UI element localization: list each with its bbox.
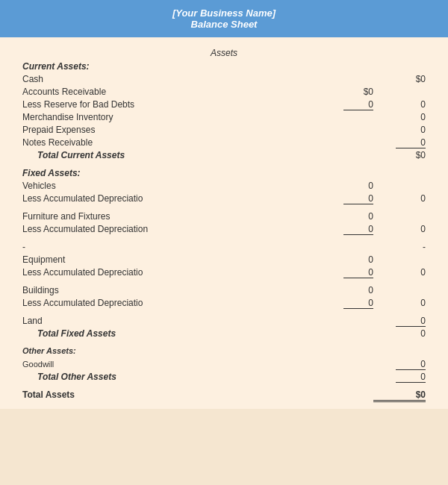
notes-receivable-row: Notes Receivable 0	[22, 137, 426, 149]
placeholder-col2: -	[373, 242, 426, 252]
goodwill-col2: 0	[373, 359, 426, 370]
buildings-col1: 0	[314, 285, 373, 295]
equipment-label: Equipment	[22, 254, 314, 265]
current-assets-label: Current Assets:	[22, 61, 426, 72]
less-reserve-col2: 0	[373, 99, 426, 110]
buildings-depr-col1: 0	[314, 298, 373, 309]
vehicles-label: Vehicles	[22, 181, 314, 191]
other-assets-heading-row: Other Assets:	[22, 346, 426, 358]
vehicles-col1: 0	[314, 181, 373, 191]
less-reserve-col1: 0	[314, 99, 373, 110]
header: [Your Business Name] Balance Sheet	[0, 0, 448, 37]
fixed-assets-heading: Fixed Assets:	[22, 168, 426, 180]
notes-receivable-label: Notes Receivable	[22, 137, 314, 148]
total-current-assets-value: $0	[373, 150, 426, 160]
vehicles-depr-col1: 0	[314, 193, 373, 204]
less-reserve-label: Less Reserve for Bad Debts	[22, 99, 314, 110]
cash-row: Cash $0	[22, 74, 426, 86]
total-current-assets-row: Total Current Assets $0	[22, 150, 426, 162]
business-name: [Your Business Name]	[0, 7, 448, 19]
fixed-assets-label: Fixed Assets:	[22, 168, 426, 178]
buildings-row: Buildings 0	[22, 285, 426, 297]
accounts-receivable-row: Accounts Receivable $0	[22, 87, 426, 98]
buildings-depr-row: Less Accumulated Depreciatio 0 0	[22, 298, 426, 310]
furniture-label: Furniture and Fixtures	[22, 211, 314, 222]
total-fixed-assets-row: Total Fixed Assets 0	[22, 328, 426, 340]
vehicles-depr-col2: 0	[373, 193, 426, 204]
total-other-assets-row: Total Other Assets 0	[22, 372, 426, 384]
equipment-col1: 0	[314, 254, 373, 265]
prepaid-expenses-label: Prepaid Expenses	[22, 125, 314, 135]
merchandise-inventory-row: Merchandise Inventory 0	[22, 112, 426, 124]
furniture-row: Furniture and Fixtures 0	[22, 211, 426, 223]
sheet-title: Balance Sheet	[0, 19, 448, 30]
total-fixed-assets-value: 0	[373, 328, 426, 339]
prepaid-expenses-col2: 0	[373, 125, 426, 135]
placeholder-row: - -	[22, 242, 426, 254]
total-assets-row: Total Assets $0	[22, 389, 426, 402]
total-fixed-assets-label: Total Fixed Assets	[22, 328, 314, 339]
furniture-col1: 0	[314, 211, 373, 222]
prepaid-expenses-row: Prepaid Expenses 0	[22, 125, 426, 137]
accounts-receivable-label: Accounts Receivable	[22, 87, 314, 97]
notes-receivable-col2: 0	[373, 137, 426, 148]
land-label: Land	[22, 316, 314, 326]
cash-value: $0	[373, 74, 426, 84]
buildings-depr-col2: 0	[373, 298, 426, 308]
land-row: Land 0	[22, 316, 426, 328]
furniture-depr-col1: 0	[314, 224, 373, 235]
goodwill-row: Goodwill 0	[22, 359, 426, 371]
vehicles-row: Vehicles 0	[22, 181, 426, 193]
total-assets-label: Total Assets	[22, 389, 314, 400]
vehicles-depr-row: Less Accumulated Depreciatio 0 0	[22, 193, 426, 205]
furniture-depr-label: Less Accumulated Depreciation	[22, 224, 314, 234]
balance-sheet-content: Assets Current Assets: Cash $0 Accounts …	[0, 37, 448, 409]
buildings-depr-label: Less Accumulated Depreciatio	[22, 298, 314, 308]
vehicles-depr-label: Less Accumulated Depreciatio	[22, 193, 314, 204]
equipment-depr-col2: 0	[373, 267, 426, 278]
furniture-depr-row: Less Accumulated Depreciation 0 0	[22, 224, 426, 236]
equipment-depr-label: Less Accumulated Depreciatio	[22, 267, 314, 278]
less-reserve-row: Less Reserve for Bad Debts 0 0	[22, 99, 426, 111]
other-assets-heading-label: Other Assets:	[22, 346, 426, 355]
buildings-label: Buildings	[22, 285, 314, 295]
total-other-assets-value: 0	[373, 372, 426, 383]
placeholder-label: -	[22, 242, 314, 252]
merchandise-inventory-col2: 0	[373, 112, 426, 122]
total-other-assets-label: Total Other Assets	[22, 372, 314, 382]
accounts-receivable-col1: $0	[314, 87, 373, 97]
furniture-depr-col2: 0	[373, 224, 426, 234]
total-current-assets-label: Total Current Assets	[22, 150, 314, 160]
cash-label: Cash	[22, 74, 314, 84]
land-col2: 0	[373, 316, 426, 327]
current-assets-heading: Current Assets:	[22, 61, 426, 73]
assets-heading: Assets	[22, 48, 426, 58]
equipment-depr-col1: 0	[314, 267, 373, 278]
merchandise-inventory-label: Merchandise Inventory	[22, 112, 314, 122]
goodwill-label: Goodwill	[22, 360, 314, 369]
total-assets-value: $0	[373, 389, 426, 402]
equipment-depr-row: Less Accumulated Depreciatio 0 0	[22, 267, 426, 279]
equipment-row: Equipment 0	[22, 254, 426, 266]
